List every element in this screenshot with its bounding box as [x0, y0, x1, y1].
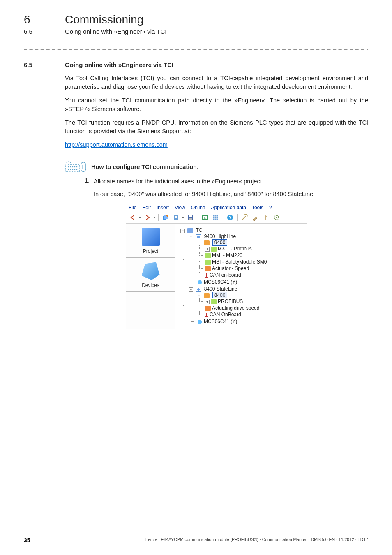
actuator-icon — [205, 306, 211, 311]
svg-rect-15 — [175, 216, 177, 218]
svg-rect-18 — [189, 218, 192, 220]
can-icon — [205, 273, 208, 278]
new-device-button[interactable] — [161, 213, 170, 222]
grid-button[interactable] — [211, 213, 220, 222]
tree-node[interactable]: MSI - SafetyModule SM0 — [204, 259, 304, 265]
expand-icon[interactable]: + — [205, 247, 210, 252]
menu-insert[interactable]: Insert — [157, 205, 169, 210]
collapse-icon[interactable]: − — [197, 294, 201, 298]
svg-point-7 — [70, 169, 71, 170]
toolbar: ▼ ▼ ▼ a ? — [126, 212, 307, 224]
howto-icon — [65, 161, 87, 173]
back-button[interactable] — [129, 213, 138, 222]
collapse-icon[interactable]: − — [197, 241, 201, 245]
svg-point-3 — [72, 166, 74, 168]
tree-label: 8400 StateLine — [204, 286, 238, 292]
left-sidebar: Project Devices — [126, 224, 175, 329]
sidebar-item-project[interactable]: Project — [126, 224, 175, 258]
chapter-number: 6 — [24, 13, 48, 26]
svg-point-5 — [76, 166, 78, 168]
tree-node[interactable]: CAN OnBoard — [204, 311, 304, 318]
tree-label-highlighted: 8400 — [212, 292, 228, 298]
tool-icon-3[interactable] — [261, 213, 270, 222]
project-icon — [142, 228, 160, 246]
collapse-icon[interactable]: − — [180, 229, 185, 233]
tree-label: CAN on-board — [210, 272, 241, 278]
tree-node[interactable]: MCS06C41 (Y) — [196, 279, 304, 285]
forward-button[interactable] — [143, 213, 152, 222]
sidebar-item-devices[interactable]: Devices — [126, 258, 175, 292]
menu-file[interactable]: File — [129, 205, 136, 210]
paragraph-3: The TCI function requires a PN/DP-CPU. I… — [65, 118, 368, 136]
tree-label: PROFIBUS — [218, 298, 243, 304]
svg-point-4 — [74, 166, 76, 168]
tree-node[interactable]: MCS06C41 (Y) — [196, 318, 304, 325]
tree-label: MSI - SafetyModule SM0 — [212, 259, 267, 265]
tree-node-8400[interactable]: − 8400 +PROFIBUS Actuating drive speed C… — [196, 292, 304, 318]
tree-label-highlighted: 9400 — [212, 239, 228, 246]
header-subsection-number: 6.5 — [24, 28, 48, 35]
svg-point-32 — [276, 217, 277, 218]
tree-label: Actuator - Speed — [212, 266, 249, 271]
tree-node-9400[interactable]: − 9400 +MXI1 - Profibus MMI - MM220 MSI … — [196, 239, 304, 279]
svg-point-2 — [70, 166, 71, 168]
svg-rect-17 — [189, 215, 192, 217]
collapse-icon[interactable]: − — [189, 235, 193, 239]
menubar: File Edit Insert View Online Application… — [126, 204, 307, 212]
tool-icon-4[interactable] — [272, 213, 281, 222]
tree-label: MCS06C41 (Y) — [204, 279, 237, 285]
module-icon — [205, 260, 211, 265]
expand-icon[interactable]: + — [205, 300, 210, 304]
axis-icon — [204, 293, 210, 298]
svg-point-9 — [74, 169, 76, 170]
help-button[interactable]: ? — [226, 213, 235, 222]
svg-text:?: ? — [229, 215, 232, 220]
tool-icon-2[interactable] — [251, 213, 260, 222]
tree-node[interactable]: MMI - MM220 — [204, 252, 304, 259]
tree-node-root[interactable]: − TCI − 9400 HighLine — [180, 227, 304, 326]
dropdown-icon[interactable]: ▼ — [138, 216, 141, 219]
tree-label: MMI - MM220 — [212, 252, 242, 258]
menu-tools[interactable]: Tools — [252, 205, 263, 210]
section-title: Going online with »Engineer« via TCI — [65, 61, 173, 68]
engineer-screenshot: File Edit Insert View Online Application… — [126, 204, 307, 329]
howto-heading: How to configure TCI communication: — [91, 164, 199, 170]
device-button[interactable] — [172, 213, 181, 222]
tree-node[interactable]: Actuating drive speed — [204, 305, 304, 311]
tool-icon-1[interactable] — [240, 213, 249, 222]
step-text: Allocate names for the individual axes i… — [94, 177, 368, 186]
chapter-title: Commissioning — [65, 13, 143, 26]
menu-view[interactable]: View — [175, 205, 185, 210]
step-number: 1. — [81, 177, 90, 186]
tree-node[interactable]: − 9400 HighLine − 9400 — [188, 233, 304, 286]
page-number: 35 — [24, 537, 30, 543]
tree-node[interactable]: +MXI1 - Profibus — [204, 245, 304, 252]
menu-online[interactable]: Online — [191, 205, 205, 210]
svg-rect-30 — [265, 217, 266, 220]
tree-label: TCI — [196, 227, 203, 233]
sidebar-label: Devices — [142, 282, 159, 288]
menu-edit[interactable]: Edit — [142, 205, 151, 210]
divider: _ _ _ _ _ _ _ _ _ _ _ _ _ _ _ _ _ _ _ _ … — [24, 43, 368, 50]
collapse-icon[interactable]: − — [189, 287, 193, 292]
menu-help[interactable]: ? — [269, 205, 272, 210]
menu-application-data[interactable]: Application data — [211, 205, 246, 210]
save-button[interactable] — [186, 213, 195, 222]
dropdown-icon[interactable]: ▼ — [182, 216, 184, 219]
dropdown-icon[interactable]: ▼ — [153, 216, 156, 219]
device-icon — [196, 234, 201, 239]
tree-node[interactable]: CAN on-board — [204, 272, 304, 278]
device-icon — [196, 287, 201, 292]
sheet-button[interactable]: a — [201, 213, 210, 222]
folder-icon — [187, 228, 193, 233]
svg-rect-0 — [66, 164, 80, 172]
actuator-icon — [205, 266, 211, 271]
module-icon — [211, 299, 217, 304]
tree-node[interactable]: Actuator - Speed — [204, 265, 304, 272]
can-icon — [205, 313, 208, 317]
tree-label: MCS06C41 (Y) — [204, 319, 237, 324]
tree-label: CAN OnBoard — [210, 312, 241, 317]
support-link[interactable]: http://support.automation.siemens.com — [65, 141, 168, 148]
tree-node[interactable]: − 8400 StateLine − 8400 — [188, 286, 304, 325]
tree-node[interactable]: +PROFIBUS — [204, 298, 304, 305]
